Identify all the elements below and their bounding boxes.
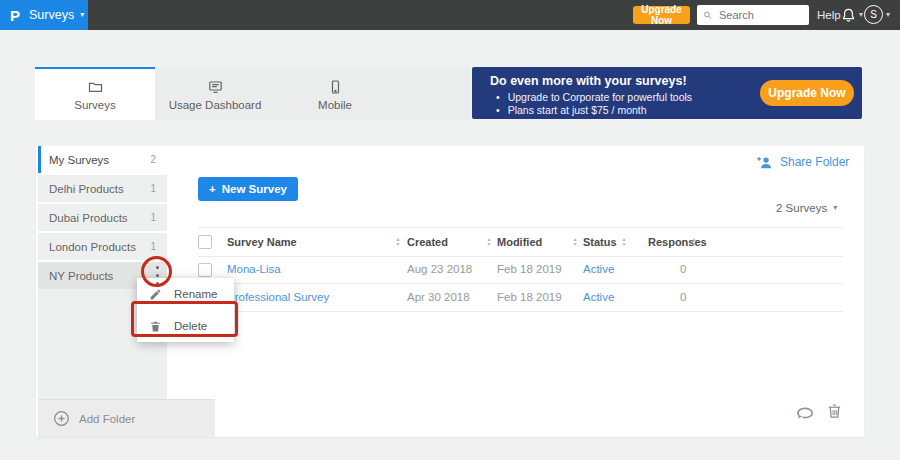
tab-label: Mobile	[318, 99, 352, 111]
restore-icon	[795, 404, 815, 420]
topbar: P Surveys ▾ Upgrade Now Help ▾ S ▾	[0, 0, 900, 30]
folder-count: 1	[150, 241, 156, 252]
app-logo[interactable]: P Surveys ▾	[0, 0, 88, 30]
tab-usage-dashboard[interactable]: Usage Dashboard	[155, 67, 275, 120]
annotation-circle	[141, 256, 172, 287]
folder-item-my-surveys[interactable]: My Surveys 2	[38, 146, 167, 173]
table-border	[198, 283, 843, 284]
plus-circle-icon	[53, 410, 70, 427]
column-header-modified[interactable]: Modified	[497, 236, 542, 248]
folder-item-london-products[interactable]: London Products 1	[38, 233, 167, 260]
folder-name: NY Products	[49, 270, 113, 282]
sort-icon[interactable]: ▲▼	[485, 237, 493, 246]
chevron-down-icon: ▾	[833, 204, 837, 212]
new-survey-button[interactable]: + New Survey	[198, 177, 298, 201]
created-cell: Apr 30 2018	[407, 291, 470, 303]
notifications-menu[interactable]: ▾	[841, 7, 863, 23]
status-badge[interactable]: Active	[583, 263, 614, 275]
product-name: Surveys	[29, 8, 74, 22]
sort-icon[interactable]: ▲▼	[571, 237, 579, 246]
search-icon	[703, 9, 712, 21]
folder-item-dubai-products[interactable]: Dubai Products 1	[38, 204, 167, 231]
banner-title: Do even more with your surveys!	[490, 74, 687, 88]
created-cell: Aug 23 2018	[407, 263, 472, 275]
share-folder-label: Share Folder	[780, 155, 849, 169]
column-header-survey-name[interactable]: Survey Name	[227, 236, 297, 248]
banner-bullets: • Upgrade to Corporate for powerful tool…	[496, 91, 692, 117]
annotation-rectangle	[131, 301, 238, 337]
survey-name-link[interactable]: Professional Survey	[227, 291, 329, 303]
folder-count: 1	[150, 212, 156, 223]
folder-name: Dubai Products	[49, 212, 128, 224]
banner-upgrade-button[interactable]: Upgrade Now	[760, 80, 854, 106]
upgrade-now-button[interactable]: Upgrade Now	[633, 6, 690, 24]
add-folder-label: Add Folder	[79, 413, 135, 425]
add-folder-button[interactable]: Add Folder	[38, 399, 215, 437]
table-border	[198, 311, 843, 312]
mobile-icon	[327, 79, 344, 95]
responses-cell: 0	[680, 263, 686, 275]
responses-cell: 0	[680, 291, 686, 303]
folder-icon	[87, 79, 104, 95]
survey-name-link[interactable]: Mona-Lisa	[227, 263, 281, 275]
dashboard-icon	[207, 79, 224, 95]
tab-label: Usage Dashboard	[169, 99, 262, 111]
tab-mobile[interactable]: Mobile	[275, 67, 395, 120]
bell-icon	[841, 7, 856, 23]
column-header-status[interactable]: Status	[583, 236, 617, 248]
share-person-icon	[756, 155, 773, 169]
sort-icon[interactable]: ▲▼	[394, 237, 402, 246]
bullet-icon: •	[496, 91, 500, 104]
modified-cell: Feb 18 2019	[497, 291, 562, 303]
folder-name: Delhi Products	[49, 183, 124, 195]
tab-label: Surveys	[74, 99, 116, 111]
table-border	[198, 227, 843, 228]
sort-icon[interactable]: ▲▼	[690, 237, 698, 246]
chevron-down-icon: ▾	[859, 11, 863, 19]
search-input[interactable]	[717, 8, 803, 22]
folder-name: My Surveys	[49, 154, 109, 166]
plus-icon: +	[209, 183, 216, 195]
pencil-icon	[149, 288, 162, 301]
share-folder-link[interactable]: Share Folder	[756, 155, 849, 169]
tab-surveys[interactable]: Surveys	[35, 67, 155, 120]
account-menu[interactable]: S ▾	[864, 5, 890, 24]
trash-icon	[826, 402, 843, 421]
select-all-checkbox[interactable]	[198, 235, 212, 249]
folder-item-delhi-products[interactable]: Delhi Products 1	[38, 175, 167, 202]
folder-name: London Products	[49, 241, 136, 253]
restore-button[interactable]	[795, 404, 815, 424]
modified-cell: Feb 18 2019	[497, 263, 562, 275]
surveys-count-label: 2 Surveys	[776, 202, 827, 214]
new-survey-label: New Survey	[222, 183, 287, 195]
search-box[interactable]	[697, 5, 809, 25]
menu-item-label: Rename	[174, 288, 217, 300]
trash-button[interactable]	[826, 402, 843, 425]
folder-count: 1	[150, 183, 156, 194]
avatar: S	[864, 5, 883, 24]
row-checkbox[interactable]	[198, 263, 212, 277]
surveys-count-dropdown[interactable]: 2 Surveys ▾	[776, 202, 837, 214]
banner-bullet-text: Plans start at just $75 / month	[508, 104, 647, 117]
help-link[interactable]: Help	[817, 9, 841, 21]
promo-banner: Do even more with your surveys! • Upgrad…	[472, 67, 862, 119]
proprofs-logo-icon: P	[10, 7, 20, 24]
chevron-down-icon: ▾	[886, 11, 890, 19]
main-tabs: Surveys Usage Dashboard Mobile	[35, 67, 470, 120]
status-badge[interactable]: Active	[583, 291, 614, 303]
sort-icon[interactable]: ▲▼	[620, 237, 628, 246]
table-border	[198, 256, 843, 257]
bullet-icon: •	[496, 104, 500, 117]
folder-count: 2	[150, 154, 156, 165]
banner-bullet-text: Upgrade to Corporate for powerful tools	[508, 91, 692, 104]
column-header-created[interactable]: Created	[407, 236, 448, 248]
chevron-down-icon: ▾	[80, 11, 84, 19]
